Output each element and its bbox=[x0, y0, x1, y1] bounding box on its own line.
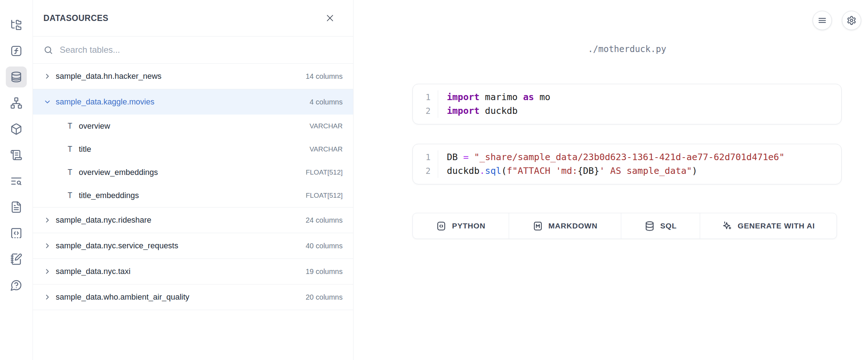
code-text: import duckdb bbox=[438, 104, 518, 118]
add-cell-toolbar: PYTHON MARKDOWN SQL GENERATE WITH AI bbox=[412, 213, 837, 239]
sidebar-item-packages[interactable] bbox=[6, 119, 27, 140]
chevron-right-icon bbox=[43, 267, 51, 275]
text-type-icon: T bbox=[68, 191, 72, 200]
column-row[interactable]: TtitleVARCHAR bbox=[33, 138, 353, 161]
table-name: sample_data.nyc.taxi bbox=[56, 267, 300, 276]
code-line: 1import marimo as mo bbox=[413, 90, 841, 104]
file-tree-icon bbox=[10, 19, 22, 31]
top-actions bbox=[813, 11, 861, 30]
datasources-panel: DATASOURCES sample_data.hn.hacker_news14… bbox=[33, 0, 353, 360]
sidebar-item-help[interactable] bbox=[6, 275, 27, 296]
package-box-icon bbox=[10, 123, 22, 135]
column-name: title bbox=[79, 145, 304, 154]
tables-list: sample_data.hn.hacker_news14 columnssamp… bbox=[33, 63, 353, 360]
menu-icon bbox=[817, 16, 827, 25]
table-row[interactable]: sample_data.nyc.service_requests40 colum… bbox=[33, 233, 353, 258]
search-icon bbox=[43, 45, 53, 55]
add-python-cell-button[interactable]: PYTHON bbox=[413, 213, 509, 239]
line-number: 1 bbox=[413, 150, 438, 164]
table-group: sample_data.who.ambient_air_quality20 co… bbox=[33, 284, 353, 310]
table-group: sample_data.nyc.service_requests40 colum… bbox=[33, 233, 353, 259]
logs-scroll-icon bbox=[10, 149, 22, 161]
table-row[interactable]: sample_data.kaggle.movies4 columns bbox=[33, 89, 353, 115]
column-row[interactable]: ToverviewVARCHAR bbox=[33, 115, 353, 138]
dependency-graph-icon bbox=[10, 97, 22, 109]
column-name: overview_embeddings bbox=[79, 168, 300, 177]
settings-button[interactable] bbox=[842, 11, 861, 30]
table-column-count: 4 columns bbox=[310, 98, 343, 106]
chevron-right-icon bbox=[43, 216, 51, 224]
chevron-right-icon bbox=[43, 242, 51, 250]
notebook-menu-button[interactable] bbox=[813, 11, 832, 30]
snippets-code-icon bbox=[10, 227, 22, 239]
add-markdown-label: MARKDOWN bbox=[549, 222, 598, 230]
line-number: 2 bbox=[413, 104, 438, 118]
database-icon bbox=[10, 71, 22, 83]
sidebar-item-documentation[interactable] bbox=[6, 197, 27, 218]
text-type-icon: T bbox=[68, 168, 72, 177]
generate-with-ai-button[interactable]: GENERATE WITH AI bbox=[700, 213, 837, 239]
sidebar-item-file-explorer[interactable] bbox=[6, 14, 27, 35]
scratchpad-search-icon bbox=[10, 175, 22, 187]
table-name: sample_data.who.ambient_air_quality bbox=[56, 292, 300, 302]
sparkles-icon bbox=[722, 221, 732, 231]
sidebar-item-datasources[interactable] bbox=[6, 67, 27, 87]
add-markdown-cell-button[interactable]: MARKDOWN bbox=[509, 213, 621, 239]
close-icon bbox=[325, 13, 335, 23]
markdown-square-icon bbox=[533, 221, 543, 231]
add-sql-cell-button[interactable]: SQL bbox=[621, 213, 700, 239]
column-type: VARCHAR bbox=[310, 122, 343, 130]
column-row[interactable]: Ttitle_embeddingsFLOAT[512] bbox=[33, 184, 353, 207]
add-sql-label: SQL bbox=[660, 222, 677, 230]
code-line: 2import duckdb bbox=[413, 104, 841, 118]
text-type-icon: T bbox=[68, 145, 72, 154]
close-panel-button[interactable] bbox=[323, 11, 337, 25]
table-column-count: 20 columns bbox=[306, 293, 343, 301]
column-row[interactable]: Toverview_embeddingsFLOAT[512] bbox=[33, 161, 353, 184]
code-text: duckdb.sql(f"ATTACH 'md:{DB}' AS sample_… bbox=[438, 164, 697, 178]
table-row[interactable]: sample_data.nyc.rideshare24 columns bbox=[33, 207, 353, 233]
column-name: overview bbox=[79, 121, 304, 131]
code-text: import marimo as mo bbox=[438, 90, 550, 104]
panel-title: DATASOURCES bbox=[43, 13, 109, 23]
add-python-label: PYTHON bbox=[452, 222, 485, 230]
table-row[interactable]: sample_data.hn.hacker_news14 columns bbox=[33, 64, 353, 89]
documentation-icon bbox=[10, 201, 22, 213]
table-group: sample_data.nyc.rideshare24 columns bbox=[33, 207, 353, 233]
generate-with-ai-label: GENERATE WITH AI bbox=[738, 222, 815, 230]
left-icon-rail bbox=[0, 0, 33, 360]
table-group: sample_data.hn.hacker_news14 columns bbox=[33, 64, 353, 89]
chevron-right-icon bbox=[43, 293, 51, 301]
marimo-app: DATASOURCES sample_data.hn.hacker_news14… bbox=[0, 0, 868, 360]
code-cell[interactable]: 1DB = "_share/sample_data/23b0d623-1361-… bbox=[412, 144, 842, 184]
column-type: VARCHAR bbox=[310, 145, 343, 153]
sidebar-item-logs[interactable] bbox=[6, 145, 27, 166]
table-name: sample_data.nyc.service_requests bbox=[56, 241, 300, 250]
code-square-icon bbox=[436, 221, 446, 231]
code-cell[interactable]: 1import marimo as mo2import duckdb bbox=[412, 84, 842, 124]
column-type: FLOAT[512] bbox=[306, 168, 343, 176]
sidebar-item-snippets[interactable] bbox=[6, 223, 27, 244]
table-row[interactable]: sample_data.nyc.taxi19 columns bbox=[33, 259, 353, 284]
help-chat-icon bbox=[10, 279, 22, 291]
notebook-filename: ./motherduck.py bbox=[412, 44, 842, 54]
table-column-count: 24 columns bbox=[306, 216, 343, 224]
code-line: 1DB = "_share/sample_data/23b0d623-1361-… bbox=[413, 150, 841, 164]
sidebar-item-dependencies[interactable] bbox=[6, 93, 27, 113]
sidebar-item-scratchpad[interactable] bbox=[6, 171, 27, 192]
line-number: 1 bbox=[413, 90, 438, 104]
search-tables-input[interactable] bbox=[60, 45, 343, 55]
text-type-icon: T bbox=[68, 122, 72, 130]
table-name: sample_data.hn.hacker_news bbox=[56, 72, 300, 81]
code-line: 2duckdb.sql(f"ATTACH 'md:{DB}' AS sample… bbox=[413, 164, 841, 178]
table-row[interactable]: sample_data.who.ambient_air_quality20 co… bbox=[33, 284, 353, 310]
table-name: sample_data.kaggle.movies bbox=[56, 97, 304, 107]
sidebar-item-notebook[interactable] bbox=[6, 249, 27, 270]
database-icon bbox=[644, 221, 655, 231]
datasources-panel-header: DATASOURCES bbox=[33, 0, 353, 37]
code-text: DB = "_share/sample_data/23b0d623-1361-4… bbox=[438, 150, 784, 164]
table-group: sample_data.kaggle.movies4 columnsToverv… bbox=[33, 89, 353, 207]
column-name: title_embeddings bbox=[79, 191, 300, 200]
notebook-main: ./motherduck.py 1import marimo as mo2imp… bbox=[353, 0, 868, 360]
sidebar-item-variables[interactable] bbox=[6, 40, 27, 61]
